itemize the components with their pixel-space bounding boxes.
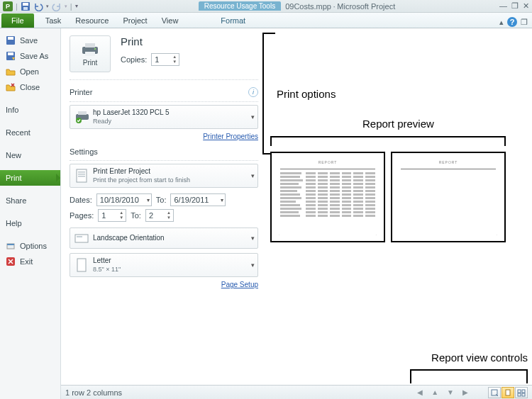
- tab-project[interactable]: Project: [116, 13, 154, 28]
- svg-rect-30: [518, 393, 521, 396]
- view-one-page-button[interactable]: [501, 387, 514, 398]
- tab-format[interactable]: Format: [214, 13, 253, 28]
- svg-rect-23: [75, 235, 88, 242]
- print-scope-selector[interactable]: Print Enter Project Print the project fr…: [70, 164, 258, 188]
- svg-rect-25: [77, 259, 86, 271]
- nav-down-icon[interactable]: ▼: [445, 388, 455, 396]
- copies-label: Copies:: [121, 55, 147, 64]
- save-icon[interactable]: [21, 1, 31, 11]
- svg-rect-14: [85, 52, 95, 56]
- svg-rect-28: [518, 390, 521, 393]
- chevron-down-icon: ▾: [251, 235, 255, 242]
- chevron-down-icon: ▾: [251, 113, 255, 120]
- ribbon-restore-icon[interactable]: ❐: [521, 18, 528, 27]
- orientation-selector[interactable]: Landscape Orientation ▾: [70, 227, 258, 249]
- svg-rect-1: [23, 3, 28, 6]
- status-text: 1 row 2 columns: [65, 388, 122, 397]
- svg-rect-20: [78, 172, 85, 173]
- close-window-icon[interactable]: ✕: [523, 1, 529, 11]
- redo-dropdown-icon[interactable]: ▾: [65, 4, 67, 9]
- landscape-icon: [74, 231, 89, 245]
- printer-name: hp LaserJet 1320 PCL 5: [93, 108, 169, 117]
- paper-size-selector[interactable]: Letter 8.5" × 11" ▾: [70, 253, 258, 277]
- printer-icon: [80, 42, 100, 57]
- orientation-label: Landscape Orientation: [93, 234, 165, 242]
- preview-area: Print options Report preview REPORT ··: [267, 28, 532, 399]
- view-actual-size-button[interactable]: [488, 387, 501, 398]
- file-tab[interactable]: File: [1, 13, 34, 28]
- nav-left-icon[interactable]: ◀: [416, 388, 424, 396]
- help-icon[interactable]: ?: [506, 16, 518, 28]
- ribbon-tabs: File Task Resource Project View Format ▴…: [0, 13, 532, 28]
- svg-rect-21: [78, 174, 85, 175]
- nav-info[interactable]: Info: [0, 102, 60, 118]
- window-title: 09Costs.mpp · Microsoft Project: [285, 2, 395, 11]
- printer-status: Ready: [93, 117, 169, 125]
- qat-customize-icon[interactable]: ▾: [75, 3, 78, 9]
- preview-nav: ◀ ▲ ▼ ▶: [416, 387, 528, 398]
- nav-close[interactable]: Close: [0, 79, 60, 95]
- nav-recent[interactable]: Recent: [0, 125, 60, 140]
- printer-heading: Printer: [70, 88, 92, 96]
- page-from-spinner[interactable]: 1▲▼: [98, 209, 126, 222]
- nav-right-icon[interactable]: ▶: [461, 388, 470, 396]
- dates-label: Dates:: [70, 196, 92, 204]
- annotation-report-preview: Report preview: [362, 118, 434, 130]
- nav-new[interactable]: New: [0, 147, 60, 163]
- restore-icon[interactable]: ❐: [511, 1, 519, 11]
- page-to-spinner[interactable]: 2▲▼: [145, 209, 174, 222]
- view-multi-page-button[interactable]: [515, 387, 528, 398]
- nav-options[interactable]: Options: [0, 238, 60, 254]
- qat-divider: |: [70, 2, 72, 11]
- tab-resource[interactable]: Resource: [68, 13, 116, 28]
- nav-save[interactable]: Save: [0, 33, 60, 48]
- qat-divider: |: [16, 2, 18, 11]
- undo-dropdown-icon[interactable]: ▾: [46, 4, 49, 9]
- settings-heading: Settings: [70, 147, 98, 156]
- printer-info-icon[interactable]: i: [248, 87, 258, 97]
- nav-save-as[interactable]: Save As: [0, 48, 60, 64]
- svg-rect-22: [78, 176, 85, 177]
- annotation-print-options: Print options: [277, 88, 336, 100]
- nav-help[interactable]: Help: [0, 215, 60, 231]
- nav-up-icon[interactable]: ▲: [430, 388, 440, 396]
- chevron-down-icon: ▾: [251, 172, 255, 179]
- minimize-icon[interactable]: —: [499, 1, 507, 11]
- nav-open[interactable]: Open: [0, 64, 60, 79]
- contextual-tool-label: Resource Usage Tools: [199, 1, 281, 11]
- redo-icon[interactable]: [52, 1, 62, 11]
- svg-rect-29: [522, 390, 525, 393]
- tab-view[interactable]: View: [155, 13, 186, 28]
- svg-text:?: ?: [510, 18, 515, 26]
- minimize-ribbon-icon[interactable]: ▴: [499, 18, 504, 27]
- preview-page-2: REPORT ·: [391, 152, 506, 242]
- paper-size: 8.5" × 11": [93, 265, 121, 274]
- page-icon: [74, 258, 89, 272]
- page-setup-link[interactable]: Page Setup: [221, 281, 258, 288]
- printer-properties-link[interactable]: Printer Properties: [203, 133, 258, 140]
- nav-print[interactable]: Print: [0, 170, 60, 186]
- svg-rect-10: [7, 244, 14, 245]
- printer-ready-icon: [74, 110, 89, 124]
- title-bar: P | ▾ ▾ | ▾ Resource Usage Tools 09Costs…: [0, 0, 532, 13]
- to-label: To:: [131, 211, 141, 220]
- print-button[interactable]: Print: [70, 35, 111, 72]
- svg-rect-13: [85, 43, 95, 47]
- svg-rect-8: [8, 52, 13, 55]
- copies-spinner[interactable]: 1 ▲▼: [151, 53, 179, 66]
- date-from-input[interactable]: 10/18/2010▾: [96, 193, 152, 206]
- undo-icon[interactable]: [33, 1, 43, 11]
- pages-label: Pages:: [70, 211, 94, 220]
- svg-rect-27: [506, 390, 510, 395]
- preview-pages[interactable]: REPORT ·· REPORT ·: [270, 152, 506, 242]
- nav-exit[interactable]: Exit: [0, 254, 60, 269]
- app-icon: P: [3, 1, 13, 11]
- scope-sub: Print the project from start to finish: [93, 176, 190, 184]
- print-heading: Print: [121, 35, 179, 47]
- svg-rect-2: [23, 7, 28, 10]
- svg-rect-6: [8, 37, 13, 40]
- nav-share[interactable]: Share: [0, 193, 60, 208]
- date-to-input[interactable]: 6/19/2011▾: [170, 193, 226, 206]
- printer-selector[interactable]: hp LaserJet 1320 PCL 5 Ready ▾: [70, 105, 258, 129]
- tab-task[interactable]: Task: [38, 13, 69, 28]
